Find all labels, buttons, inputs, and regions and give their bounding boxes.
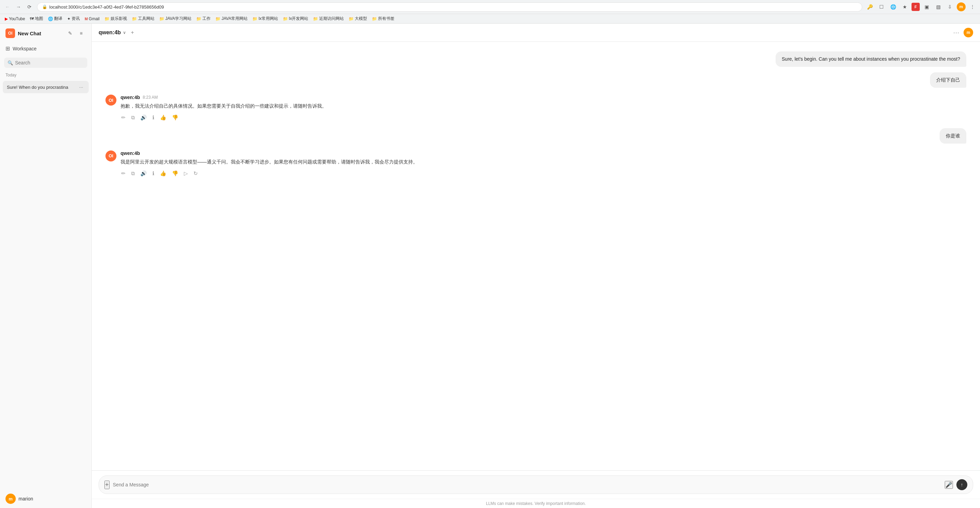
folder-icon-2: 📁 [132,16,137,21]
back-button[interactable]: ← [3,2,12,12]
user-bubble-1: 介绍下自己 [930,72,966,88]
sidebar-footer: m marion [0,489,91,508]
url-text: localhost:3000/c/1edc3e47-a0f2-4ed7-9fef… [49,5,164,10]
header-more-button[interactable]: ··· [953,29,959,36]
ai-content-1: qwen:4b 8:23 AM 抱歉，我无法介绍自己的具体情况。如果您需要关于自… [121,94,966,121]
speak-message-button-2[interactable]: 🔊 [140,170,148,177]
url-bar[interactable]: 🔒 localhost:3000/c/1edc3e47-a0f2-4ed7-9f… [37,2,862,12]
chat-item-text: Sure! When do you procrastina [7,85,78,90]
bookmark-all-label: 所有书签 [378,16,395,22]
translate-favicon: 🌐 [48,16,53,21]
sidebar-today-section: Today [0,70,91,80]
chat-messages: Sure, let's begin. Can you tell me about… [92,42,980,470]
bookmark-news-label: 资讯 [72,16,80,22]
bookmark-entertainment[interactable]: 📁 娱乐影视 [102,15,129,22]
translate-icon[interactable]: 🌐 [888,2,898,12]
key-icon[interactable]: 🔑 [865,2,875,12]
bookmark-recent-label: 近期访问网站 [319,16,344,22]
bookmark-translate[interactable]: 🌐 翻译 [46,15,64,22]
download-icon[interactable]: ⇩ [945,2,955,12]
bookmark-youtube[interactable]: ▶ YouTube [3,16,27,22]
bookmark-all[interactable]: 📁 所有书签 [370,15,396,22]
bookmark-lx-common-label: lx常用网站 [259,16,278,22]
bookmark-java-learn[interactable]: 📁 JAVA学习网站 [157,15,194,22]
bookmark-translate-label: 翻译 [54,16,62,22]
thumbup-button-1[interactable]: 👍 [159,114,167,121]
sidebar-logo: Ol New Chat [5,29,41,38]
extension-grid-icon[interactable]: ▣ [922,2,931,12]
bookmark-work[interactable]: 📁 工作 [194,15,213,22]
folder-icon-8: 📁 [313,16,318,21]
folder-icon-9: 📁 [348,16,354,21]
ai-name-2: qwen:4b [121,150,140,156]
edit-message-button-1[interactable]: ✏ [121,114,126,121]
browser-chrome: ← → ⟳ 🔒 localhost:3000/c/1edc3e47-a0f2-4… [0,0,980,24]
send-button[interactable]: ↑ [956,479,967,490]
message-ai-2: Ol qwen:4b 我是阿里云开发的超大规模语言模型——通义千问。我会不断学习… [92,146,980,181]
chat-list-item[interactable]: Sure! When do you procrastina ··· [3,81,89,93]
user-bubble-2: 你是谁 [940,128,966,144]
message-input[interactable] [113,482,941,487]
workspace-nav-item[interactable]: ⊞ Workspace [3,43,89,54]
attach-button[interactable]: + [105,481,110,489]
folder-icon-4: 📁 [196,16,201,21]
extensions-icon[interactable]: ▧ [934,2,943,12]
nav-buttons: ← → ⟳ [3,2,34,12]
bookmark-lx-common[interactable]: 📁 lx常用网站 [250,15,280,22]
copy-message-button-1[interactable]: ⧉ [130,114,135,121]
folder-icon-all: 📁 [372,16,377,21]
menu-lines-button[interactable]: ≡ [76,29,86,38]
chat-input-area: + 🎤 ↑ [92,470,980,499]
reload-button[interactable]: ⟳ [25,2,34,12]
thumbdown-button-1[interactable]: 👎 [171,114,179,121]
user-avatar: m [5,494,16,504]
search-input[interactable] [15,60,84,65]
model-add-icon[interactable]: + [131,29,134,36]
info-message-button-1[interactable]: ℹ [152,114,155,121]
today-label: Today [5,73,86,77]
ai-actions-1: ✏ ⧉ 🔊 ℹ 👍 👎 [121,114,966,121]
bookmark-java-learn-label: JAVA学习网站 [165,16,191,22]
chat-header: qwen:4b ∨ + ··· m [92,24,980,42]
thumbdown-button-2[interactable]: 👎 [171,170,179,177]
download-page-icon[interactable]: ☐ [877,2,886,12]
edit-message-button-2[interactable]: ✏ [121,170,126,177]
model-selector[interactable]: qwen:4b ∨ + [99,29,134,36]
ai-text-2: 我是阿里云开发的超大规模语言模型——通义千问。我会不断学习进步。如果您有任何问题… [121,158,966,166]
mic-button[interactable]: 🎤 [945,481,953,489]
chat-item-menu-dots[interactable]: ··· [78,84,84,91]
youtube-icon: ▶ [5,16,8,21]
forward-button[interactable]: → [14,2,23,12]
play-button-2[interactable]: ▷ [183,170,189,177]
news-icon: ✦ [67,16,70,21]
copy-message-button-2[interactable]: ⧉ [130,170,135,177]
bookmark-llm[interactable]: 📁 大模型 [347,15,369,22]
ai-text-1: 抱歉，我无法介绍自己的具体情况。如果您需要关于自我介绍的一些建议和提示，请随时告… [121,102,966,110]
refresh-button-2[interactable]: ↻ [193,170,199,177]
bookmark-gmail[interactable]: M Gmail [83,16,102,22]
speak-message-button-1[interactable]: 🔊 [140,114,148,121]
model-name: qwen:4b [99,29,121,36]
bookmark-news[interactable]: ✦ 资讯 [65,15,82,22]
bookmark-recent[interactable]: 📁 近期访问网站 [311,15,346,22]
more-menu-button[interactable]: ⋮ [968,2,977,12]
bookmark-lx-dev[interactable]: 📁 lx开发网站 [281,15,310,22]
logo-text: Ol [8,31,13,36]
extension-f-icon[interactable]: F [912,3,920,11]
ai-header-1: qwen:4b 8:23 AM [121,94,966,100]
info-message-button-2[interactable]: ℹ [152,170,155,177]
edit-icon-button[interactable]: ✎ [65,29,75,38]
bookmarks-bar: ▶ YouTube 🗺 地图 🌐 翻译 ✦ 资讯 M Gmail 📁 娱乐影视 … [0,14,980,23]
profile-avatar[interactable]: m [957,2,966,11]
star-icon[interactable]: ★ [900,2,910,12]
bookmark-maps[interactable]: 🗺 地图 [28,15,45,22]
folder-icon-7: 📁 [283,16,288,21]
thumbup-button-2[interactable]: 👍 [159,170,167,177]
search-box: 🔍 [4,58,88,68]
bookmark-java-common[interactable]: 📁 JAVA常用网站 [213,15,250,22]
ai-avatar-2: Ol [105,150,116,161]
bookmark-youtube-label: YouTube [9,16,25,21]
bookmark-tools[interactable]: 📁 工具网站 [130,15,156,22]
sidebar-search-area: 🔍 [0,56,91,70]
sidebar-header: Ol New Chat ✎ ≡ [0,24,91,42]
